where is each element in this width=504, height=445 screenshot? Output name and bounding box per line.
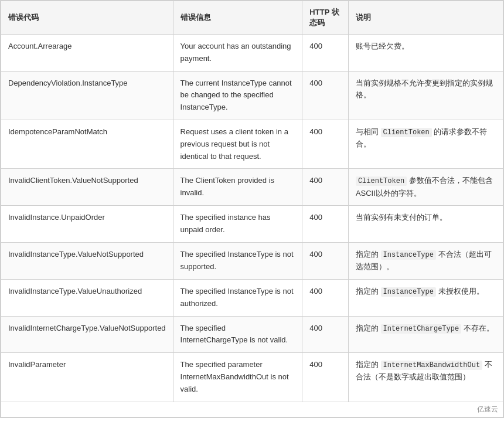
cell-description: 指定的 InstanceType 不合法（超出可选范围）。	[348, 242, 503, 279]
logo-area: 亿速云	[1, 402, 503, 417]
inline-code: InstanceType	[381, 287, 436, 297]
table-row: InvalidInstance.UnpaidOrderThe specified…	[1, 206, 503, 243]
cell-code: InvalidInstanceType.ValueNotSupported	[1, 242, 173, 279]
cell-description: 当前实例规格不允许变更到指定的实例规格。	[348, 71, 503, 120]
table-row: DependencyViolation.InstanceTypeThe curr…	[1, 71, 503, 120]
table-row: InvalidInternetChargeType.ValueNotSuppor…	[1, 316, 503, 353]
cell-description: 指定的 InstanceType 未授权使用。	[348, 279, 503, 316]
cell-message: The current InstanceType cannot be chang…	[173, 71, 302, 120]
cell-message: Request uses a client token in a previou…	[173, 120, 302, 168]
cell-description: 指定的 InternetChargeType 不存在。	[348, 316, 503, 353]
cell-code: Account.Arrearage	[1, 35, 173, 72]
table-header-row: 错误代码 错误信息 HTTP 状态码 说明	[1, 1, 503, 35]
table-row: IdempotenceParamNotMatchRequest uses a c…	[1, 120, 503, 168]
cell-http: 400	[302, 242, 349, 279]
inline-code: ClientToken	[381, 128, 432, 137]
table-row: InvalidParameterThe specified parameter …	[1, 353, 503, 402]
cell-http: 400	[302, 353, 349, 402]
cell-code: InvalidInternetChargeType.ValueNotSuppor…	[1, 316, 173, 353]
cell-code: InvalidInstance.UnpaidOrder	[1, 206, 173, 243]
cell-message: The specified InstanceType is not author…	[173, 279, 302, 316]
inline-code: InstanceType	[381, 250, 436, 260]
error-table: 错误代码 错误信息 HTTP 状态码 说明 Account.ArrearageY…	[1, 1, 503, 402]
cell-message: The ClientToken provided is invalid.	[173, 169, 302, 206]
cell-description: 当前实例有未支付的订单。	[348, 206, 503, 243]
cell-message: The specified InternetChargeType is not …	[173, 316, 302, 353]
cell-description: ClientToken 参数值不合法，不能包含ASCII以外的字符。	[348, 169, 503, 206]
header-message: 错误信息	[173, 1, 302, 35]
table-body: Account.ArrearageYour account has an out…	[1, 35, 503, 402]
table-row: InvalidInstanceType.ValueNotSupportedThe…	[1, 242, 503, 279]
cell-message: The specified InstanceType is not suppor…	[173, 242, 302, 279]
cell-code: DependencyViolation.InstanceType	[1, 71, 173, 120]
cell-code: InvalidInstanceType.ValueUnauthorized	[1, 279, 173, 316]
error-table-container: 错误代码 错误信息 HTTP 状态码 说明 Account.ArrearageY…	[0, 0, 504, 418]
header-description: 说明	[348, 1, 503, 35]
cell-http: 400	[302, 71, 349, 120]
cell-http: 400	[302, 206, 349, 243]
cell-http: 400	[302, 169, 349, 206]
table-row: InvalidClientToken.ValueNotSupportedThe …	[1, 169, 503, 206]
cell-description: 账号已经欠费。	[348, 35, 503, 72]
cell-http: 400	[302, 120, 349, 168]
cell-code: InvalidClientToken.ValueNotSupported	[1, 169, 173, 206]
cell-message: Your account has an outstanding payment.	[173, 35, 302, 72]
inline-code: InternetChargeType	[381, 324, 462, 334]
logo-text: 亿速云	[477, 405, 498, 413]
table-row: Account.ArrearageYour account has an out…	[1, 35, 503, 72]
table-row: InvalidInstanceType.ValueUnauthorizedThe…	[1, 279, 503, 316]
cell-http: 400	[302, 316, 349, 353]
cell-description: 指定的 InternetMaxBandwidthOut 不合法（不是数字或超出取…	[348, 353, 503, 402]
cell-code: IdempotenceParamNotMatch	[1, 120, 173, 168]
header-http: HTTP 状态码	[302, 1, 349, 35]
cell-http: 400	[302, 279, 349, 316]
cell-description: 与相同 ClientToken 的请求参数不符合。	[348, 120, 503, 168]
inline-code: InternetMaxBandwidthOut	[381, 361, 483, 370]
inline-code: ClientToken	[356, 176, 407, 186]
cell-code: InvalidParameter	[1, 353, 173, 402]
cell-message: The specified instance has unpaid order.	[173, 206, 302, 243]
cell-http: 400	[302, 35, 349, 72]
cell-message: The specified parameter InternetMaxBandw…	[173, 353, 302, 402]
header-code: 错误代码	[1, 1, 173, 35]
